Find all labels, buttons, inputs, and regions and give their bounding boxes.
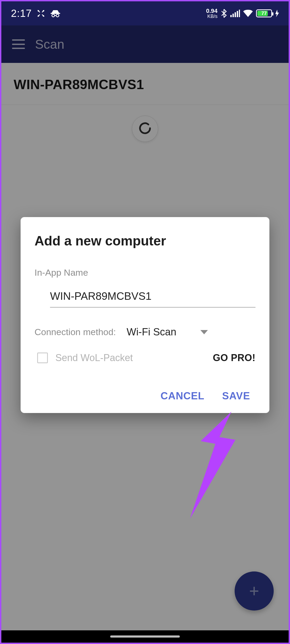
dialog-title: Add a new computer [35, 233, 255, 249]
svg-point-2 [38, 15, 39, 17]
nav-gesture-bar [1, 630, 289, 643]
svg-rect-10 [237, 11, 238, 17]
svg-rect-4 [51, 13, 60, 14]
svg-rect-9 [235, 12, 236, 17]
status-time: 2:17 [11, 8, 32, 19]
in-app-name-label: In-App Name [35, 267, 255, 278]
wol-checkbox[interactable] [37, 353, 48, 363]
svg-rect-8 [232, 14, 234, 17]
charging-icon [275, 9, 279, 17]
svg-point-3 [43, 15, 44, 17]
incognito-icon [50, 9, 61, 18]
chevron-down-icon [200, 330, 208, 334]
connection-method-label: Connection method: [35, 327, 116, 337]
tools-icon [37, 9, 45, 18]
save-button[interactable]: SAVE [222, 390, 250, 402]
in-app-name-input[interactable] [50, 285, 255, 308]
wifi-icon [243, 10, 253, 17]
add-computer-dialog: Add a new computer In-App Name Connectio… [21, 217, 269, 413]
svg-point-6 [56, 14, 59, 17]
svg-point-5 [52, 14, 55, 17]
svg-rect-11 [239, 10, 240, 17]
status-bar: 2:17 0.94 KB/s 77 [1, 1, 289, 25]
bluetooth-icon [221, 9, 227, 18]
battery-indicator: 77 [256, 9, 272, 17]
svg-rect-7 [230, 15, 232, 17]
connection-method-value: Wi-Fi Scan [127, 326, 176, 338]
go-pro-button[interactable]: GO PRO! [213, 352, 255, 363]
gesture-handle[interactable] [110, 635, 180, 638]
signal-icon [230, 10, 240, 17]
svg-point-1 [43, 10, 44, 12]
wol-label: Send WoL-Packet [55, 352, 133, 363]
connection-method-dropdown[interactable]: Wi-Fi Scan [127, 326, 208, 338]
network-speed: 0.94 KB/s [206, 8, 218, 19]
svg-point-0 [38, 10, 39, 12]
cancel-button[interactable]: CANCEL [161, 390, 204, 402]
